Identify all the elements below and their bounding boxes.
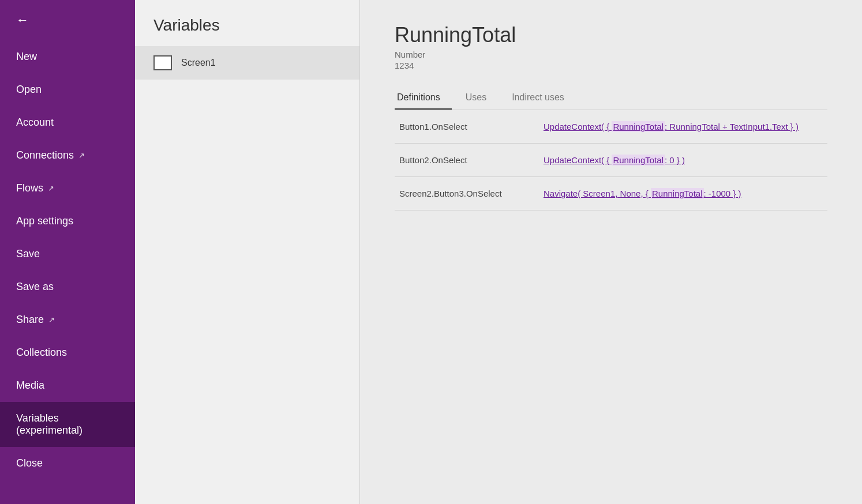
- sidebar-item-new[interactable]: New: [0, 40, 135, 73]
- external-link-icon: ↗: [78, 151, 85, 160]
- back-button[interactable]: ←: [0, 0, 135, 40]
- sidebar-item-label: App settings: [16, 215, 73, 227]
- sidebar-item-label: New: [16, 51, 37, 63]
- tab-uses[interactable]: Uses: [463, 86, 498, 110]
- formula-text-before: UpdateContext( {: [544, 155, 612, 165]
- tabs-bar: DefinitionsUsesIndirect uses: [395, 86, 827, 110]
- definition-formula[interactable]: UpdateContext( { RunningTotal: RunningTo…: [539, 110, 827, 144]
- formula-text-after: : 0 } ): [665, 155, 685, 165]
- variable-type: Number: [395, 50, 827, 59]
- sidebar-item-close[interactable]: Close: [0, 447, 135, 480]
- tab-indirect-uses[interactable]: Indirect uses: [509, 86, 576, 110]
- external-link-icon: ↗: [48, 315, 55, 324]
- table-row: Screen2.Button3.OnSelectNavigate( Screen…: [395, 177, 827, 210]
- sidebar-item-app-settings[interactable]: App settings: [0, 205, 135, 238]
- variable-value: 1234: [395, 61, 827, 70]
- sidebar-item-connections[interactable]: Connections ↗: [0, 139, 135, 172]
- formula-highlight: RunningTotal: [612, 155, 665, 166]
- sidebar-item-account[interactable]: Account: [0, 106, 135, 139]
- formula-text-before: UpdateContext( {: [544, 122, 612, 131]
- external-link-icon: ↗: [48, 184, 54, 193]
- sidebar-item-label: Close: [16, 457, 43, 469]
- sidebar-item-label: Share: [16, 314, 44, 326]
- table-row: Button2.OnSelectUpdateContext( { Running…: [395, 144, 827, 177]
- screen-item-screen1[interactable]: Screen1: [135, 46, 359, 80]
- screen-icon: [153, 55, 172, 70]
- sidebar-item-label: Flows: [16, 182, 43, 194]
- sidebar-item-label: Save: [16, 248, 40, 260]
- formula-text-before: Navigate( Screen1, None, {: [544, 189, 651, 198]
- sidebar-item-label: Variables (experimental): [16, 412, 119, 437]
- sidebar-item-share[interactable]: Share ↗: [0, 303, 135, 336]
- variable-name: RunningTotal: [395, 23, 827, 47]
- sidebar-item-save-as[interactable]: Save as: [0, 270, 135, 303]
- formula-text-after: : -1000 } ): [704, 189, 741, 198]
- sidebar-item-label: Media: [16, 379, 44, 392]
- formula-highlight: RunningTotal: [651, 188, 704, 199]
- sidebar-item-label: Account: [16, 116, 54, 129]
- definition-name: Button2.OnSelect: [395, 144, 539, 177]
- table-row: Button1.OnSelectUpdateContext( { Running…: [395, 110, 827, 144]
- sidebar-nav: NewOpenAccountConnections ↗Flows ↗App se…: [0, 40, 135, 504]
- sidebar-item-label: Save as: [16, 281, 54, 293]
- definition-name: Screen2.Button3.OnSelect: [395, 177, 539, 210]
- sidebar-item-variables[interactable]: Variables (experimental): [0, 402, 135, 447]
- sidebar-item-media[interactable]: Media: [0, 369, 135, 402]
- sidebar-item-collections[interactable]: Collections: [0, 336, 135, 369]
- definition-formula[interactable]: UpdateContext( { RunningTotal: 0 } ): [539, 144, 827, 177]
- definitions-table: Button1.OnSelectUpdateContext( { Running…: [395, 110, 827, 210]
- sidebar-item-label: Collections: [16, 347, 67, 359]
- sidebar-item-open[interactable]: Open: [0, 73, 135, 106]
- sidebar-item-label: Open: [16, 84, 42, 96]
- variables-panel: Variables Screen1: [135, 0, 360, 504]
- screen-list: Screen1: [135, 46, 359, 80]
- screen-name: Screen1: [181, 58, 216, 68]
- sidebar-item-flows[interactable]: Flows ↗: [0, 172, 135, 205]
- sidebar: ← NewOpenAccountConnections ↗Flows ↗App …: [0, 0, 135, 504]
- panel-title: Variables: [135, 0, 359, 46]
- formula-text-after: : RunningTotal + TextInput1.Text } ): [665, 122, 799, 131]
- formula-highlight: RunningTotal: [612, 121, 665, 132]
- sidebar-item-save[interactable]: Save: [0, 238, 135, 270]
- sidebar-item-label: Connections: [16, 149, 74, 161]
- back-icon: ←: [16, 13, 29, 28]
- variable-detail-panel: RunningTotal Number 1234 DefinitionsUses…: [360, 0, 862, 504]
- definition-formula[interactable]: Navigate( Screen1, None, { RunningTotal:…: [539, 177, 827, 210]
- definitions-tbody: Button1.OnSelectUpdateContext( { Running…: [395, 110, 827, 210]
- definition-name: Button1.OnSelect: [395, 110, 539, 144]
- tab-definitions[interactable]: Definitions: [395, 86, 452, 110]
